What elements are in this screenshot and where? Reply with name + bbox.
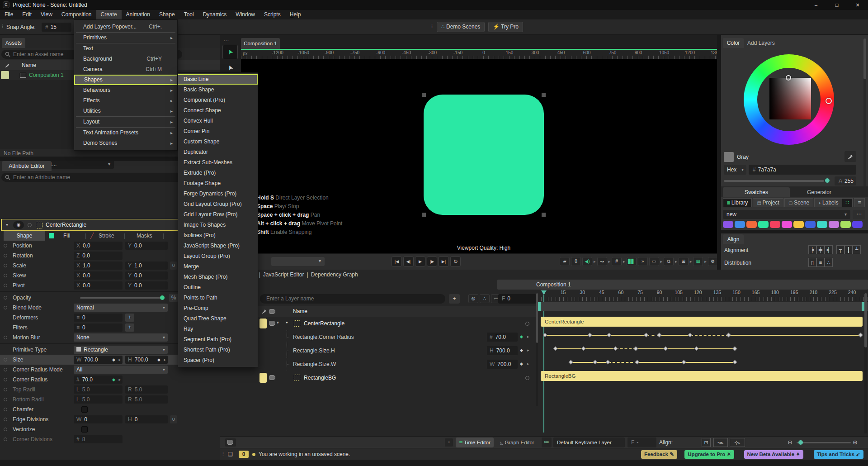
create-menu-item-text[interactable]: Text xyxy=(74,43,177,54)
eyedropper-button[interactable] xyxy=(844,151,856,162)
shapes-submenu-item-extract-sub-meshes[interactable]: Extract Sub-Meshes xyxy=(178,157,258,168)
label-tag-icon[interactable] xyxy=(269,375,275,380)
drag-handle-icon[interactable]: ⁞ xyxy=(222,448,223,460)
tab-time-editor[interactable]: ☰ Time Editor xyxy=(456,437,494,447)
settings-gear-icon[interactable]: ⚙ xyxy=(708,257,717,266)
attribute-dot[interactable] xyxy=(4,408,7,411)
create-menu-item-effects[interactable]: Effects▸ xyxy=(74,95,177,106)
layer-row-centerrectangle[interactable]: ▾●CenterRectangle xyxy=(220,317,538,330)
attribute-track-row[interactable]: Rectangle.Corner Radius#70.0◆▸ xyxy=(220,330,538,344)
alpha-value-field[interactable]: A255 xyxy=(835,176,856,185)
create-menu-item-primitives[interactable]: Primitives▸ xyxy=(74,33,177,43)
create-menu-item-behaviours[interactable]: Behaviours▸ xyxy=(74,85,177,95)
asset-color-chip[interactable] xyxy=(1,71,9,79)
value-field[interactable]: X0.0 xyxy=(74,281,123,290)
keyframe-menu-arrow[interactable]: ▸ xyxy=(527,348,529,352)
dropdown-motion-blur[interactable]: None▾ xyxy=(74,333,168,342)
alignment-button[interactable]: ╞ xyxy=(808,245,816,254)
value-field[interactable]: L5.0 xyxy=(74,385,123,394)
swatch-color[interactable] xyxy=(817,221,827,228)
list-view-icon[interactable]: ≡ xyxy=(854,198,865,207)
swatch-color[interactable] xyxy=(793,221,804,228)
keyframe-diamond[interactable] xyxy=(635,360,640,365)
attribute-dot[interactable] xyxy=(4,378,7,381)
shapes-submenu-item-segment-path-pro-[interactable]: Segment Path (Pro) xyxy=(178,334,258,345)
swatch-source-project[interactable]: ▤ Project xyxy=(753,198,783,207)
keyframe-diamond[interactable] xyxy=(593,360,597,365)
solo-dot-icon[interactable]: ● xyxy=(286,320,288,324)
menubar-item-tool[interactable]: Tool xyxy=(179,10,198,19)
create-menu-item-text-animation-presets[interactable]: Text Animation Presets▸ xyxy=(74,128,177,138)
value-field[interactable]: Y0.0 xyxy=(125,281,168,290)
create-menu-item-utilities[interactable]: Utilities▸ xyxy=(74,106,177,116)
expand-arrow[interactable]: ▸ xyxy=(660,259,663,264)
create-menu-item-background[interactable]: BackgroundCtrl+Y xyxy=(74,54,177,64)
selection-handle[interactable] xyxy=(422,93,426,97)
swatch-color[interactable] xyxy=(746,221,757,228)
swatch-source-labels[interactable]: ◗ Labels xyxy=(814,198,842,207)
tab-fill[interactable]: Fill xyxy=(63,231,70,241)
shapes-submenu-item-duplicator[interactable]: Duplicator xyxy=(178,147,258,157)
layer-color-chip[interactable] xyxy=(259,373,267,383)
tab-align[interactable]: Align xyxy=(723,234,744,244)
drag-handle-icon[interactable]: ⁞ xyxy=(2,23,2,29)
keyframe-diamond[interactable] xyxy=(581,347,586,351)
value-field[interactable]: #70.0◆▸ xyxy=(74,376,123,384)
keyframe-diamond[interactable] xyxy=(657,333,661,338)
layer-options-circle[interactable] xyxy=(525,322,529,326)
swatch-color[interactable] xyxy=(805,221,816,228)
alignment-button[interactable]: ╂ xyxy=(844,245,853,254)
layer-duration-bar-centerrectangle[interactable]: CenterRectangle xyxy=(541,317,863,327)
ease-curve-button[interactable]: ↝▸ xyxy=(713,438,728,447)
tab-assets[interactable]: Assets xyxy=(2,38,25,48)
close-button[interactable]: ✕ xyxy=(847,0,868,10)
keyframe-diamond[interactable] xyxy=(726,333,731,338)
frame-field[interactable]: F0 xyxy=(498,294,536,304)
saturation-value-square[interactable] xyxy=(769,78,811,119)
center-rectangle-shape[interactable] xyxy=(424,95,544,215)
grid-icon[interactable]: # xyxy=(612,257,622,266)
go-to-start-button[interactable]: |◀ xyxy=(392,257,402,266)
expand-arrow[interactable]: ▸ xyxy=(690,259,692,264)
add-button[interactable]: + xyxy=(125,314,134,322)
swatch-source-scene[interactable]: ▢ Scene xyxy=(784,198,813,207)
feedback-button[interactable]: Feedback ✎ xyxy=(641,450,677,459)
swatch-color[interactable] xyxy=(758,221,769,228)
layer-color-chip[interactable] xyxy=(259,319,267,328)
shapes-submenu-item-forge-dynamics-pro-[interactable]: Forge Dynamics (Pro) xyxy=(178,189,258,199)
shapes-submenu-item-isolines-pro-[interactable]: Isolines (Pro) xyxy=(178,230,258,241)
work-area-bar[interactable] xyxy=(538,302,868,311)
create-menu-item-add-layers-popover-[interactable]: Add Layers Popover...Ctrl+. xyxy=(74,22,177,32)
tab-stroke[interactable]: Stroke xyxy=(99,231,114,241)
attribute-dot[interactable] xyxy=(4,336,7,339)
shapes-submenu-item-points-to-path[interactable]: Points to Path xyxy=(178,293,258,303)
attribute-dot[interactable] xyxy=(4,437,7,441)
swatch-color[interactable] xyxy=(782,221,792,228)
create-menu-item-demo-scenes[interactable]: Demo Scenes▸ xyxy=(74,138,177,148)
message-bubble-icon[interactable]: ❏ xyxy=(228,448,233,460)
try-pro-button[interactable]: ⚡ Try Pro xyxy=(488,22,523,32)
magnet-icon[interactable]: ∴ xyxy=(480,294,490,303)
layer-row-rectanglebg[interactable]: RectangleBG xyxy=(220,371,538,385)
alignment-button[interactable]: ┷ xyxy=(853,245,861,254)
keyframe-diamond[interactable] xyxy=(607,333,611,338)
layer-duration-bar-rectanglebg[interactable]: RectangleBG xyxy=(541,371,863,381)
color-mode-dropdown[interactable]: Hex ▾ xyxy=(724,165,746,175)
swatch-group-dropdown[interactable]: new ▾ xyxy=(723,210,850,219)
shapes-submenu-item-component-pro-[interactable]: Component (Pro) xyxy=(178,95,258,105)
alpha-slider-knob[interactable] xyxy=(825,178,830,183)
shapes-submenu-item-mesh-shape-pro-[interactable]: Mesh Shape (Pro) xyxy=(178,272,258,282)
attribute-dot[interactable] xyxy=(4,264,7,267)
expander-chevron-icon[interactable]: ▾ xyxy=(277,320,279,325)
label-tag-icon[interactable] xyxy=(269,309,275,314)
keyframe-diamond[interactable] xyxy=(694,347,699,351)
shapes-submenu-item-pre-comp[interactable]: Pre-Comp xyxy=(178,303,258,314)
keyframe-diamond-icon[interactable]: ◆ xyxy=(520,361,523,366)
menubar-item-shape[interactable]: Shape xyxy=(155,10,179,19)
menubar-item-dynamics[interactable]: Dynamics xyxy=(198,10,231,19)
attribute-dot[interactable] xyxy=(4,368,7,371)
attribute-dot[interactable] xyxy=(4,388,7,391)
alignment-button[interactable]: ╡ xyxy=(825,245,833,254)
eyedropper-icon[interactable] xyxy=(261,309,267,314)
keyframe-menu-arrow[interactable]: ▸ xyxy=(164,356,166,364)
